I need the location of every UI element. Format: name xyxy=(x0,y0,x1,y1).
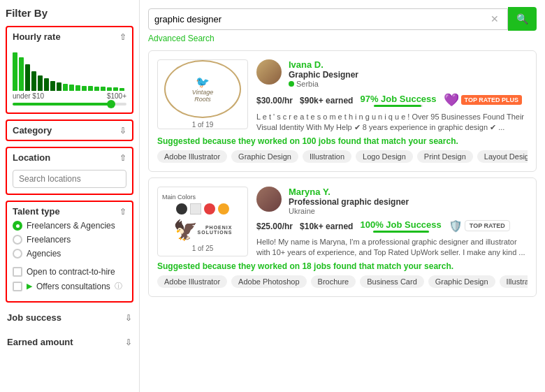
offers-consultations-option[interactable]: ▶ Offers consultations ⓘ xyxy=(13,281,126,291)
slider-thumb[interactable] xyxy=(107,100,115,108)
tag-1-4[interactable]: Logo Design xyxy=(356,150,413,163)
tag-1-6[interactable]: Layout Design xyxy=(477,150,528,163)
swatch-light xyxy=(190,203,201,215)
radio-freelancers xyxy=(13,235,22,245)
card-1-avatar xyxy=(256,59,282,85)
bar-11 xyxy=(75,85,80,91)
search-input-wrap: ✕ xyxy=(148,8,508,30)
online-dot-1 xyxy=(289,81,294,87)
bar-5 xyxy=(38,75,43,91)
histogram-bars xyxy=(13,49,126,91)
talent-type-filter: Talent type ⇧ Freelancers & Agencies Fre… xyxy=(6,201,133,303)
bar-9 xyxy=(63,84,68,91)
search-bar: ✕ 🔍 xyxy=(148,7,537,31)
contract-label: Open to contract-to-hire xyxy=(27,267,115,277)
tag-1-5[interactable]: Print Design xyxy=(417,150,473,163)
talent-option-freelancers[interactable]: Freelancers xyxy=(13,235,126,245)
sidebar: Filter By Hourly rate ⇧ xyxy=(0,0,140,392)
earned-amount-filter: Earned amount ⇩ xyxy=(6,333,133,351)
color-swatches xyxy=(172,203,233,215)
hist-min-label: under $10 xyxy=(13,92,44,100)
location-chevron: ⇧ xyxy=(119,153,126,163)
tag-1-2[interactable]: Graphic Design xyxy=(231,150,298,163)
advanced-search-link[interactable]: Advanced Search xyxy=(148,34,537,43)
earned-amount-header[interactable]: Earned amount ⇩ xyxy=(6,333,133,351)
card-2-avatar xyxy=(256,187,282,212)
bar-18 xyxy=(119,88,124,91)
card-1-counter: 1 of 19 xyxy=(192,121,214,129)
job-success-header[interactable]: Job success ⇩ xyxy=(6,308,133,327)
tag-1-1[interactable]: Adobe Illustrator xyxy=(157,150,227,163)
bar-15 xyxy=(101,87,106,91)
tags-1: Adobe Illustrator Graphic Design Illustr… xyxy=(157,150,528,163)
job-success-fill-2 xyxy=(373,231,429,233)
job-success-filter: Job success ⇩ xyxy=(6,308,133,327)
location-label: Location xyxy=(13,152,50,163)
card-2-logo: Main Colors 🦅 PHOENIXSOLUTIONS 1 of 25 xyxy=(157,187,248,256)
freelancer-2-name[interactable]: Maryna Y. xyxy=(289,187,528,197)
job-success-bar-1 xyxy=(374,105,423,107)
freelancer-card-2: Main Colors 🦅 PHOENIXSOLUTIONS 1 of 25 xyxy=(148,177,537,297)
talent-option-freelancers-agencies[interactable]: Freelancers & Agencies xyxy=(13,221,126,231)
sidebar-title: Filter By xyxy=(6,7,133,19)
main-content: ✕ 🔍 Advanced Search 🐦 VintageRoots 1 of … xyxy=(140,0,545,392)
bar-6 xyxy=(44,78,49,91)
tag-2-5[interactable]: Graphic Design xyxy=(428,275,495,288)
main-colors-label: Main Colors xyxy=(158,191,247,203)
category-filter: Category ⇩ xyxy=(6,119,133,141)
tag-2-3[interactable]: Brochure xyxy=(311,275,356,288)
hourly-rate-label: Hourly rate xyxy=(13,31,61,42)
search-button[interactable]: 🔍 xyxy=(508,7,537,31)
location-search-wrap xyxy=(7,167,132,194)
stat-rate-1: $30.00/hr xyxy=(256,95,293,106)
job-success-fill-1 xyxy=(374,105,421,107)
tag-2-4[interactable]: Business Card xyxy=(360,275,424,288)
swatch-orange xyxy=(218,203,229,215)
talent-type-chevron: ⇧ xyxy=(119,207,126,217)
help-icon[interactable]: ⓘ xyxy=(115,281,122,291)
talent-type-header[interactable]: Talent type ⇧ xyxy=(7,202,132,221)
bar-10 xyxy=(69,85,74,91)
talent-option-agencies[interactable]: Agencies xyxy=(13,249,126,259)
card-2-top: Main Colors 🦅 PHOENIXSOLUTIONS 1 of 25 xyxy=(157,187,528,261)
tag-2-6[interactable]: Illustration xyxy=(500,275,528,288)
bar-7 xyxy=(50,81,55,91)
location-filter: Location ⇧ xyxy=(6,147,133,195)
bar-16 xyxy=(107,87,112,91)
freelancer-2-location: Ukraine xyxy=(289,207,528,215)
tag-1-3[interactable]: Illustration xyxy=(303,150,351,163)
logo-text-1: VintageRoots xyxy=(192,88,213,103)
top-rated-plus-text-1: TOP RATED PLUS xyxy=(461,95,523,105)
card-1-header: Ivana D. Graphic Designer Serbia xyxy=(256,59,528,88)
card-2-counter: 1 of 25 xyxy=(192,245,214,252)
freelancer-1-name[interactable]: Ivana D. xyxy=(289,59,528,70)
bar-4 xyxy=(31,71,36,91)
swatch-red xyxy=(204,203,215,215)
top-rated-plus-badge-1: 💜 TOP RATED PLUS xyxy=(444,92,523,108)
bar-12 xyxy=(82,86,87,91)
card-1-desc: L e t ' s c r e a t e s o m e t h i n g … xyxy=(256,112,528,133)
tag-2-2[interactable]: Adobe Photoshop xyxy=(231,275,306,288)
slider-track[interactable] xyxy=(13,103,126,106)
card-2-stats: $25.00/hr $10k+ earned 100% Job Success xyxy=(256,219,528,233)
job-success-chevron: ⇩ xyxy=(125,313,132,323)
tag-2-1[interactable]: Adobe Illustrator xyxy=(157,275,227,288)
earned-amount-chevron: ⇩ xyxy=(125,337,132,347)
top-rated-text-2: TOP RATED xyxy=(465,220,510,231)
suggested-text-2: Suggested because they worked on 18 jobs… xyxy=(157,261,528,271)
hourly-rate-header[interactable]: Hourly rate ⇧ xyxy=(7,27,132,46)
freelancer-card-1: 🐦 VintageRoots 1 of 19 Ivana D. Graphic … xyxy=(148,50,537,172)
location-header[interactable]: Location ⇧ xyxy=(7,148,132,167)
phoenix-logo-wrap: 🦅 PHOENIXSOLUTIONS xyxy=(170,219,235,242)
location-search-input[interactable] xyxy=(13,170,126,188)
freelancer-1-title: Graphic Designer xyxy=(289,70,528,80)
card-1-logo-circle: 🐦 VintageRoots xyxy=(164,60,241,118)
clear-icon[interactable]: ✕ xyxy=(490,13,499,24)
earned-amount-label: Earned amount xyxy=(7,337,73,347)
card-1-top: 🐦 VintageRoots 1 of 19 Ivana D. Graphic … xyxy=(157,59,528,136)
category-header[interactable]: Category ⇩ xyxy=(7,121,132,140)
contract-to-hire-option[interactable]: Open to contract-to-hire xyxy=(13,267,126,277)
freelancer-2-title: Professional graphic designer xyxy=(289,197,528,207)
card-2-desc: Hello! My name is Maryna, I'm a professi… xyxy=(256,237,528,259)
search-input[interactable] xyxy=(154,9,490,29)
